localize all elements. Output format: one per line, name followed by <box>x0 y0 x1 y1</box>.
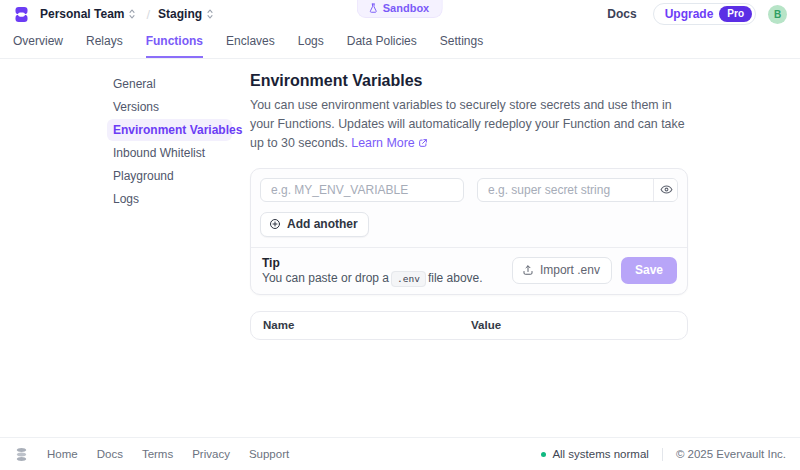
flask-icon <box>369 3 378 14</box>
content-area: General Versions Environment Variables I… <box>0 59 800 437</box>
tab-settings[interactable]: Settings <box>440 28 483 58</box>
sidebar-item-versions[interactable]: Versions <box>107 96 232 118</box>
env-rows: Add another <box>251 169 687 247</box>
footer-link-docs[interactable]: Docs <box>97 448 123 460</box>
sidebar-item-inbound-whitelist[interactable]: Inbound Whitelist <box>107 142 232 164</box>
tab-logs[interactable]: Logs <box>298 28 324 58</box>
env-file-chip: .env <box>391 271 426 287</box>
sidebar-item-general[interactable]: General <box>107 73 232 95</box>
team-switcher[interactable]: Personal Team <box>40 7 124 21</box>
plus-circle-icon <box>269 218 281 230</box>
evervault-logo-icon <box>13 6 30 23</box>
footer-divider <box>662 448 663 461</box>
env-value-input[interactable] <box>478 179 653 201</box>
toggle-secret-visibility-button[interactable] <box>653 179 678 201</box>
env-variables-table: Name Value <box>250 311 688 340</box>
system-status[interactable]: All systems normal <box>541 448 649 460</box>
env-value-group <box>477 178 678 202</box>
tip-bar: Tip You can paste or drop a.envfile abov… <box>251 247 687 294</box>
tab-relays[interactable]: Relays <box>86 28 123 58</box>
tab-functions[interactable]: Functions <box>146 28 203 58</box>
add-another-button[interactable]: Add another <box>260 212 369 237</box>
upgrade-button[interactable]: Upgrade Pro <box>653 3 756 25</box>
user-avatar[interactable]: B <box>768 5 787 24</box>
import-env-label: Import .env <box>540 263 600 277</box>
footer-link-privacy[interactable]: Privacy <box>192 448 230 460</box>
status-text: All systems normal <box>552 448 649 460</box>
docs-link[interactable]: Docs <box>607 7 636 21</box>
tip-line: You can paste or drop a.envfile above. <box>262 271 512 285</box>
description-text: You can use environment variables to sec… <box>250 98 685 150</box>
tip-before: You can paste or drop a <box>262 271 389 285</box>
top-bar: Personal Team / Staging Sandbox Docs Upg… <box>0 0 800 28</box>
breadcrumb-separator: / <box>146 7 150 22</box>
column-header-value: Value <box>471 319 675 331</box>
footer-link-home[interactable]: Home <box>47 448 78 460</box>
sidebar-item-playground[interactable]: Playground <box>107 165 232 187</box>
environment-switcher[interactable]: Staging <box>158 7 202 21</box>
footer-link-support[interactable]: Support <box>249 448 289 460</box>
tip-after: file above. <box>428 271 483 285</box>
upgrade-label: Upgrade <box>665 7 714 21</box>
eye-icon <box>660 183 673 196</box>
sandbox-label: Sandbox <box>383 2 429 14</box>
chevron-updown-icon[interactable] <box>128 8 136 20</box>
tip-text: Tip You can paste or drop a.envfile abov… <box>262 256 512 285</box>
import-env-button[interactable]: Import .env <box>512 257 612 284</box>
sidebar-item-environment-variables[interactable]: Environment Variables <box>107 119 232 141</box>
env-editor-card: Add another Tip You can paste or drop a.… <box>250 168 688 295</box>
tab-data-policies[interactable]: Data Policies <box>347 28 417 58</box>
page-footer: Home Docs Terms Privacy Support All syst… <box>0 437 800 470</box>
copyright-text: © 2025 Evervault Inc. <box>676 448 786 460</box>
main-panel: Environment Variables You can use enviro… <box>250 59 688 437</box>
function-sidebar: General Versions Environment Variables I… <box>0 59 250 437</box>
env-row <box>260 178 678 202</box>
learn-more-link[interactable]: Learn More <box>351 136 427 150</box>
page-title: Environment Variables <box>250 72 688 90</box>
primary-nav: Overview Relays Functions Enclaves Logs … <box>0 28 800 59</box>
sandbox-badge[interactable]: Sandbox <box>357 0 443 18</box>
tab-enclaves[interactable]: Enclaves <box>226 28 275 58</box>
column-header-name: Name <box>263 319 471 331</box>
save-button[interactable]: Save <box>621 257 677 284</box>
tab-overview[interactable]: Overview <box>13 28 63 58</box>
learn-more-label: Learn More <box>351 136 414 150</box>
add-another-label: Add another <box>287 217 358 231</box>
external-link-icon <box>418 138 428 148</box>
page-description: You can use environment variables to sec… <box>250 96 688 154</box>
footer-link-terms[interactable]: Terms <box>142 448 173 460</box>
table-header-row: Name Value <box>251 312 687 339</box>
chevron-updown-icon[interactable] <box>206 8 214 20</box>
pro-badge: Pro <box>719 6 752 22</box>
tip-title: Tip <box>262 256 512 270</box>
status-dot-icon <box>541 452 546 457</box>
env-name-input[interactable] <box>260 178 464 202</box>
evervault-footer-logo-icon <box>14 448 29 461</box>
upload-icon <box>522 264 534 276</box>
sidebar-item-logs[interactable]: Logs <box>107 188 232 210</box>
